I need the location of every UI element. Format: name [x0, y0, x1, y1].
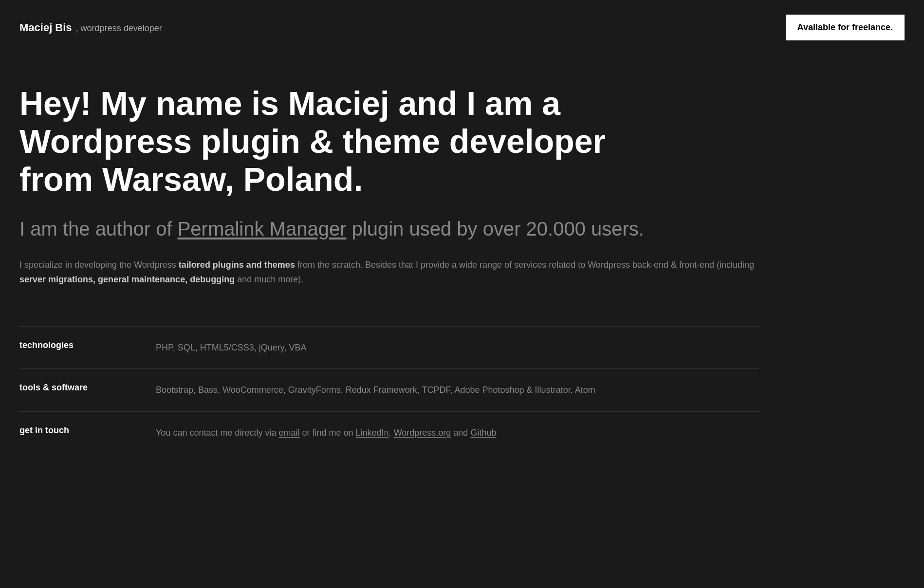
site-branding: Maciej Bis , wordpress developer: [19, 21, 162, 34]
desc-part1: I specialize in developing the Wordpress: [19, 260, 179, 270]
contact-text-1: You can contact me directly via: [156, 428, 278, 438]
desc-highlight1: tailored plugins and themes: [179, 260, 295, 270]
technologies-value: PHP, SQL, HTML5/CSS3, jQuery, VBA: [156, 326, 759, 369]
author-line: I am the author of Permalink Manager plu…: [19, 218, 759, 240]
github-link[interactable]: Github: [470, 428, 496, 438]
site-tagline: , wordpress developer: [76, 23, 162, 34]
contact-text-3: ,: [389, 428, 394, 438]
permalink-manager-link[interactable]: Permalink Manager: [178, 218, 347, 239]
site-name: Maciej Bis: [19, 21, 72, 34]
description: I specialize in developing the Wordpress…: [19, 257, 759, 287]
info-grid: technologies PHP, SQL, HTML5/CSS3, jQuer…: [19, 326, 759, 454]
desc-highlight2: server migrations, general maintenance, …: [19, 275, 235, 284]
contact-label: get in touch: [19, 411, 156, 449]
technologies-label: technologies: [19, 326, 156, 364]
hero-heading: Hey! My name is Maciej and I am a Wordpr…: [19, 84, 652, 199]
tools-label: tools & software: [19, 368, 156, 406]
author-suffix: plugin used by over 20.000 users.: [346, 218, 644, 239]
wordpress-org-link[interactable]: Wordpress.org: [394, 428, 451, 438]
desc-part3: and much more).: [235, 275, 303, 284]
contact-value: You can contact me directly via email or…: [156, 411, 759, 454]
author-prefix: I am the author of: [19, 218, 178, 239]
email-link[interactable]: email: [278, 428, 299, 438]
freelance-badge[interactable]: Available for freelance.: [786, 15, 905, 40]
linkedin-link[interactable]: LinkedIn: [356, 428, 389, 438]
contact-text-4: and: [451, 428, 470, 438]
contact-text-2: or find me on: [299, 428, 355, 438]
tools-value: Bootstrap, Bass, WooCommerce, GravityFor…: [156, 368, 759, 411]
desc-part2: from the scratch. Besides that I provide…: [295, 260, 754, 270]
